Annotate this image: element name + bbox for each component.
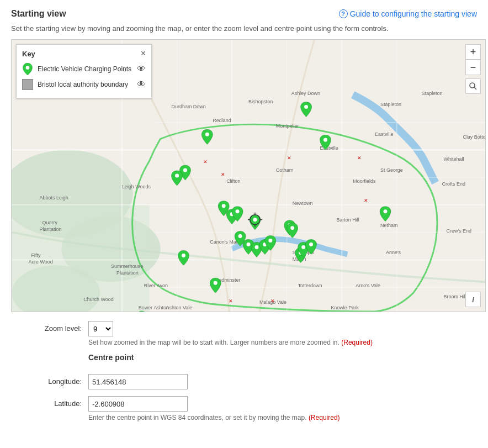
svg-text:Quarry: Quarry bbox=[43, 220, 58, 225]
coords-hint: Enter the centre point in WGS 84 coordin… bbox=[88, 414, 477, 421]
svg-point-98 bbox=[470, 83, 475, 88]
svg-point-88 bbox=[268, 239, 272, 243]
svg-point-68 bbox=[304, 105, 308, 109]
svg-text:Knowle Park: Knowle Park bbox=[331, 305, 359, 310]
page-container: Starting view ? Guide to configuring the… bbox=[0, 0, 488, 437]
centre-point-section: Centre point Longitude: Latitude: Enter … bbox=[11, 353, 477, 421]
map-key-close-button[interactable]: × bbox=[141, 49, 146, 58]
svg-text:Crofts End: Crofts End bbox=[442, 181, 465, 187]
svg-text:Clifton: Clifton bbox=[226, 178, 240, 184]
latitude-row: Latitude: Enter the centre point in WGS … bbox=[11, 396, 477, 421]
info-icon: i bbox=[472, 296, 474, 304]
svg-text:✕: ✕ bbox=[203, 159, 208, 165]
svg-text:✕: ✕ bbox=[270, 298, 275, 304]
page-title: Starting view bbox=[11, 9, 66, 19]
zoom-level-hint: Set how zoomed in the map will be to sta… bbox=[88, 339, 477, 346]
svg-text:Fifty: Fifty bbox=[31, 252, 41, 258]
svg-text:Moorfields: Moorfields bbox=[353, 178, 376, 184]
svg-text:Durdham Down: Durdham Down bbox=[172, 104, 206, 109]
longitude-input[interactable] bbox=[88, 374, 188, 389]
svg-point-69 bbox=[205, 133, 209, 136]
ev-label: Electric Vehicle Charging Points bbox=[38, 65, 131, 73]
svg-text:Church Wood: Church Wood bbox=[83, 297, 114, 302]
svg-text:Barton Hill: Barton Hill bbox=[336, 217, 359, 223]
latitude-label: Latitude: bbox=[11, 396, 88, 408]
svg-text:Bishopston: Bishopston bbox=[248, 99, 273, 104]
svg-point-76 bbox=[253, 218, 257, 222]
svg-text:St George: St George bbox=[380, 167, 403, 173]
svg-point-97 bbox=[26, 66, 30, 70]
map-info-button[interactable]: i bbox=[465, 292, 481, 307]
svg-text:Acre Wood: Acre Wood bbox=[29, 259, 53, 265]
boundary-square-icon bbox=[22, 79, 33, 90]
svg-text:Crew's End: Crew's End bbox=[447, 228, 472, 234]
map-key-item-ev: Electric Vehicle Charging Points 👁 bbox=[22, 62, 146, 76]
svg-text:Bower Ashton: Bower Ashton bbox=[139, 305, 169, 310]
svg-text:Clay Bottom: Clay Bottom bbox=[463, 134, 485, 140]
svg-text:Plantation: Plantation bbox=[116, 270, 139, 276]
svg-point-91 bbox=[309, 243, 313, 246]
page-description: Set the starting view by moving and zoom… bbox=[11, 24, 477, 33]
zoom-level-input-col: 1234 5678 9101112 13141516 1718 Set how … bbox=[88, 321, 477, 346]
svg-point-85 bbox=[247, 243, 251, 246]
svg-text:Abbots Leigh: Abbots Leigh bbox=[40, 195, 68, 201]
svg-line-99 bbox=[474, 87, 476, 89]
guide-icon: ? bbox=[339, 9, 348, 18]
svg-text:Netham: Netham bbox=[380, 223, 397, 228]
zoom-level-select[interactable]: 1234 5678 9101112 13141516 1718 bbox=[88, 321, 113, 336]
page-header: Starting view ? Guide to configuring the… bbox=[11, 9, 477, 19]
map-container[interactable]: Durdham Down Bishopston Redland Montpeli… bbox=[11, 39, 486, 312]
svg-point-92 bbox=[182, 254, 185, 257]
svg-point-83 bbox=[290, 226, 294, 230]
svg-text:Broom Hill: Broom Hill bbox=[444, 294, 466, 299]
ev-pin-icon bbox=[22, 62, 33, 76]
centre-point-title-row: Centre point bbox=[11, 353, 477, 367]
svg-point-75 bbox=[236, 209, 240, 213]
boundary-visibility-toggle[interactable]: 👁 bbox=[137, 80, 146, 89]
map-key-item-boundary: Bristol local authority boundary 👁 bbox=[22, 79, 146, 90]
svg-text:Summerhouse: Summerhouse bbox=[111, 263, 143, 269]
svg-text:Plantation: Plantation bbox=[40, 226, 62, 232]
svg-point-86 bbox=[254, 245, 258, 249]
svg-text:Leigh Woods: Leigh Woods bbox=[122, 184, 151, 189]
svg-point-84 bbox=[238, 234, 242, 238]
map-search-button[interactable] bbox=[465, 78, 481, 94]
guide-link[interactable]: ? Guide to configuring the starting view bbox=[339, 9, 477, 18]
svg-text:Totterdown: Totterdown bbox=[298, 283, 322, 288]
search-icon bbox=[469, 82, 477, 90]
ev-visibility-toggle[interactable]: 👁 bbox=[137, 64, 146, 74]
svg-text:✕: ✕ bbox=[287, 155, 291, 161]
svg-point-93 bbox=[384, 209, 388, 213]
boundary-label: Bristol local authority boundary bbox=[38, 81, 128, 88]
svg-point-90 bbox=[301, 245, 305, 249]
zoom-in-button[interactable]: + bbox=[465, 44, 481, 60]
zoom-out-button[interactable]: − bbox=[465, 60, 481, 75]
map-key: Key × Electric Vehicle Charging Points 👁 bbox=[16, 44, 152, 98]
svg-text:Anne's: Anne's bbox=[386, 250, 401, 255]
svg-text:✕: ✕ bbox=[357, 155, 362, 161]
svg-text:Ashton Vale: Ashton Vale bbox=[166, 305, 193, 310]
svg-text:Stapleton: Stapleton bbox=[422, 91, 443, 96]
svg-text:Stapleton: Stapleton bbox=[380, 102, 401, 107]
svg-text:Ashley Down: Ashley Down bbox=[291, 91, 320, 96]
svg-text:✕: ✕ bbox=[221, 172, 225, 177]
longitude-label: Longitude: bbox=[11, 374, 88, 386]
svg-text:Whitehall: Whitehall bbox=[444, 156, 464, 162]
svg-point-72 bbox=[175, 174, 179, 178]
svg-text:Montpelier: Montpelier bbox=[276, 123, 299, 129]
svg-point-73 bbox=[222, 204, 226, 208]
zoom-level-row: Zoom level: 1234 5678 9101112 13141516 1… bbox=[11, 321, 477, 346]
svg-text:✕: ✕ bbox=[364, 198, 368, 203]
svg-point-71 bbox=[183, 168, 187, 172]
centre-point-title: Centre point bbox=[88, 353, 477, 362]
svg-text:Redland: Redland bbox=[213, 118, 231, 123]
svg-text:Cotham: Cotham bbox=[276, 167, 293, 173]
map-zoom-controls: + − bbox=[465, 44, 481, 75]
coords-required-text: (Required) bbox=[309, 414, 340, 421]
latitude-input[interactable] bbox=[88, 396, 188, 412]
svg-point-70 bbox=[323, 138, 327, 142]
svg-text:Eastville: Eastville bbox=[375, 131, 393, 137]
svg-text:River Avon: River Avon bbox=[144, 283, 168, 288]
zoom-level-label: Zoom level: bbox=[11, 321, 88, 333]
map-key-header: Key × bbox=[22, 49, 146, 58]
